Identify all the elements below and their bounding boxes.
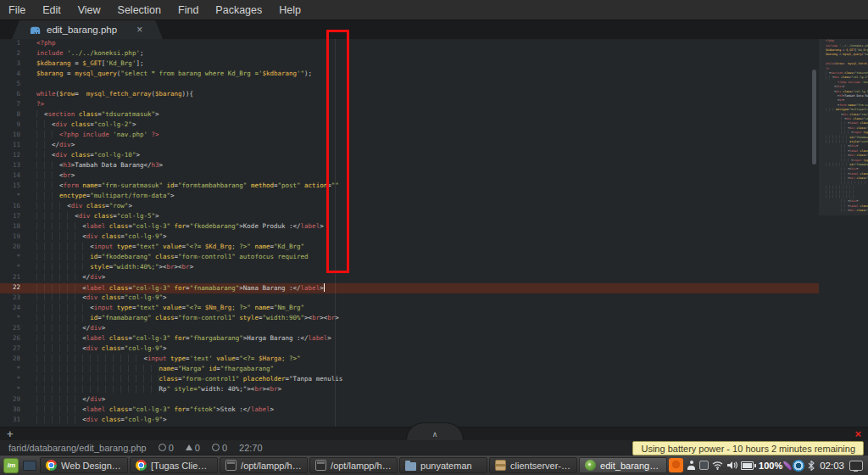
code-line[interactable]: 1<?php bbox=[0, 39, 868, 49]
line-number: 28 bbox=[0, 355, 29, 365]
code-line[interactable]: 10 <?php include 'nav.php' ?> bbox=[0, 131, 868, 141]
atom-icon bbox=[585, 460, 596, 471]
code-line[interactable]: 28 <input type='text' value="<?= $Harga;… bbox=[0, 355, 868, 365]
code-line[interactable]: 18 <label class="col-lg-3" for="fkodebar… bbox=[0, 222, 868, 232]
code-line[interactable]: 20 <input type="text" value="<?= $Kd_Brg… bbox=[0, 243, 868, 253]
start-menu-button[interactable]: lm bbox=[3, 457, 20, 474]
line-number: 8 bbox=[0, 110, 29, 120]
line-number: 14 bbox=[0, 171, 29, 182]
error-count[interactable]: 0 bbox=[159, 443, 174, 453]
code-text: <div class="col-lg-2"> bbox=[36, 120, 136, 131]
clock[interactable]: 02:03 bbox=[820, 461, 844, 471]
menu-item-view[interactable]: View bbox=[78, 4, 101, 16]
line-number: 25 bbox=[0, 324, 29, 334]
bluetooth-icon[interactable] bbox=[808, 461, 815, 471]
code-line[interactable]: 14 <br> bbox=[0, 171, 868, 182]
code-line[interactable]: * class="form-control1" placeholder="Tan… bbox=[0, 375, 868, 385]
code-line[interactable]: 9 <div class="col-lg-2"> bbox=[0, 120, 868, 131]
mint-logo-icon: lm bbox=[3, 458, 19, 473]
code-text: class="form-control1" placeholder="Tanpa… bbox=[36, 375, 342, 385]
code-line[interactable]: * id="fnamabarang" class="form-control1"… bbox=[0, 314, 868, 324]
code-line[interactable]: 7?> bbox=[0, 100, 868, 110]
desktop-icon bbox=[23, 461, 36, 471]
code-text: <form name="frm-suratmasuk" id="formtamb… bbox=[36, 182, 339, 192]
file-path[interactable]: farid/databarang/edit_barang.php bbox=[8, 443, 147, 453]
code-line[interactable]: 6while($row= mysql_fetch_array($barang))… bbox=[0, 90, 868, 100]
line-number: 23 bbox=[0, 293, 29, 304]
code-line[interactable]: 15 <form name="frm-suratmasuk" id="formt… bbox=[0, 182, 868, 192]
menu-item-selection[interactable]: Selection bbox=[118, 4, 161, 16]
user-account-icon[interactable] bbox=[687, 461, 696, 470]
code-line[interactable]: * Rp" style="width: 40%;"><br><br> bbox=[0, 385, 868, 395]
system-tray: 100% 02:03 bbox=[669, 458, 865, 472]
shield-icon[interactable] bbox=[793, 460, 804, 472]
code-line[interactable]: 23 <div class="col-lg-9"> bbox=[0, 293, 868, 304]
code-line[interactable]: 22 <label class="col-lg-3" for="fnamabar… bbox=[0, 283, 868, 293]
taskbar-window-web-designer-in[interactable]: Web Designer In... bbox=[40, 457, 128, 473]
line-number: * bbox=[0, 375, 29, 385]
menu-item-edit[interactable]: Edit bbox=[42, 4, 61, 16]
scrollbar-thumb[interactable] bbox=[812, 70, 816, 165]
code-line[interactable]: 26 <label class="col-lg-3" for="fhargaba… bbox=[0, 334, 868, 344]
code-line[interactable]: 27 <div class="col-lg-9"> bbox=[0, 344, 868, 355]
screenshot-icon[interactable] bbox=[699, 461, 709, 470]
taskbar-window-opt-lampp-htdo[interactable]: /opt/lampp/htdo... bbox=[309, 457, 398, 473]
taskbar-window-punyateman[interactable]: punyateman bbox=[399, 457, 487, 473]
code-line[interactable]: * id="fkodebarang" class="form-control1"… bbox=[0, 253, 868, 263]
line-number: 21 bbox=[0, 273, 29, 283]
code-line[interactable]: 3$kdbarang = $_GET['Kd_Brg']; bbox=[0, 59, 868, 70]
line-number: 26 bbox=[0, 334, 29, 344]
pen-feather-icon[interactable] bbox=[782, 460, 793, 470]
code-line[interactable]: 17 <div class="col-lg-5"> bbox=[0, 212, 868, 222]
info-count[interactable]: 0 bbox=[212, 443, 227, 453]
code-line[interactable]: 29 </div> bbox=[0, 395, 868, 405]
wifi-icon[interactable] bbox=[712, 461, 723, 470]
line-number: * bbox=[0, 253, 29, 263]
code-line[interactable]: 25 </div> bbox=[0, 324, 868, 334]
code-line[interactable]: 13 <h3>Tambah Data Barang</h3> bbox=[0, 161, 868, 171]
code-line[interactable]: 2include '../../koneksi.php'; bbox=[0, 49, 868, 59]
taskbar-window-opt-lampp-htdoc[interactable]: /opt/lampp/htdoc... bbox=[220, 457, 308, 473]
code-text: Rp" style="width: 40%;"><br><br> bbox=[36, 385, 281, 395]
code-line[interactable]: 4$barang = mysql_query("select * from ba… bbox=[0, 70, 868, 80]
add-icon[interactable]: + bbox=[7, 428, 14, 440]
code-text: <div class="col-lg-9"> bbox=[36, 293, 167, 304]
menu-item-help[interactable]: Help bbox=[279, 4, 301, 16]
chevron-up-icon: ∧ bbox=[432, 428, 438, 440]
code-line[interactable]: 8 <section class="tdsuratmasuk"> bbox=[0, 110, 868, 120]
show-desktop-button[interactable] bbox=[22, 457, 38, 474]
cursor-position[interactable]: 22:70 bbox=[239, 443, 263, 453]
close-icon[interactable]: × bbox=[136, 25, 142, 35]
code-line[interactable]: 12 <div class="col-lg-10"> bbox=[0, 151, 868, 161]
code-line[interactable]: 16 <div class="row"> bbox=[0, 202, 868, 212]
reveal-panel-button[interactable]: ∧ bbox=[406, 422, 464, 440]
code-line[interactable]: 5 bbox=[0, 80, 868, 90]
taskbar-window-clientserver-san[interactable]: clientserver-san... bbox=[489, 457, 577, 473]
xampp-icon[interactable] bbox=[669, 458, 683, 472]
code-line[interactable]: * enctype="multipart/form-data"> bbox=[0, 192, 868, 202]
workspace-monitor-icon[interactable] bbox=[849, 461, 863, 471]
menu-item-file[interactable]: File bbox=[8, 4, 25, 16]
code-line[interactable]: 21 </div> bbox=[0, 273, 868, 283]
minimap[interactable]: 1<?php2include '../../koneksi.php';3$kdb… bbox=[819, 39, 868, 427]
line-number: 18 bbox=[0, 222, 29, 232]
menu-item-packages[interactable]: Packages bbox=[215, 4, 262, 16]
battery-tooltip: Using battery power - 10 hours 2 minutes… bbox=[632, 441, 864, 455]
warning-count[interactable]: 0 bbox=[186, 443, 200, 453]
code-line[interactable]: * name="Harga" id="fhargabarang" bbox=[0, 365, 868, 375]
code-editor[interactable]: 1<?php2include '../../koneksi.php';3$kdb… bbox=[0, 39, 868, 427]
tab-edit-barang[interactable]: edit_barang.php × bbox=[12, 20, 163, 39]
volume-icon[interactable] bbox=[726, 461, 737, 470]
code-line[interactable]: * style="width:40%;"><br><br> bbox=[0, 263, 868, 273]
line-number: 2 bbox=[0, 49, 29, 59]
menu-item-find[interactable]: Find bbox=[178, 4, 198, 16]
battery-icon[interactable]: 100% bbox=[741, 461, 782, 471]
code-line[interactable]: 19 <div class="col-lg-9"> bbox=[0, 232, 868, 243]
code-line[interactable]: 24 <input type="text" value="<?= $Nm_Brg… bbox=[0, 304, 868, 314]
taskbar-window-edit-barang-php[interactable]: edit_barang.php ... bbox=[579, 457, 667, 473]
code-text: <input type='text' value="<?= $Harga; ?>… bbox=[36, 355, 301, 365]
notification-close-icon[interactable]: × bbox=[854, 428, 861, 440]
taskbar-window-tugas-client-ser[interactable]: [Tugas Client Ser... bbox=[130, 457, 218, 473]
code-line[interactable]: 11 </div> bbox=[0, 141, 868, 151]
code-line[interactable]: 30 <label class="col-lg-3" for="fstok">S… bbox=[0, 405, 868, 416]
